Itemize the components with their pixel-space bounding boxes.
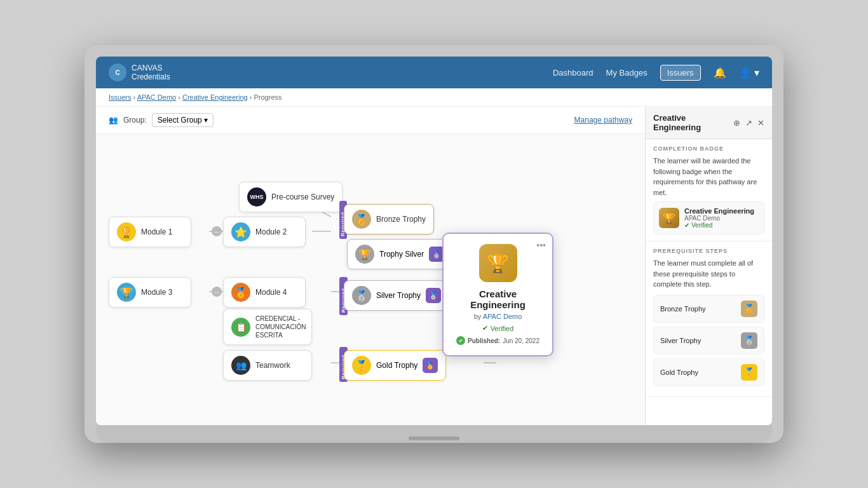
nav-links: Dashboard My Badges Issuers 🔔 👤 ▾	[553, 65, 759, 81]
prereq-list: Bronze Trophy 🏅 Silver Trophy 🥈 Gold Tro…	[653, 295, 764, 386]
breadcrumb-progress: Progress	[254, 93, 281, 101]
panel-title: Creative Engineering	[653, 113, 733, 132]
teamwork-label: Teamwork	[255, 361, 290, 370]
silver-right-label: Silver Trophy	[376, 291, 421, 300]
badge-verified: ✔ Verified	[684, 222, 759, 229]
prereq-silver-label: Silver Trophy	[660, 337, 701, 344]
prereq-gold-icon: 🥇	[741, 364, 757, 381]
gold-trophy-right-node[interactable]: 🥇 Gold Trophy 🥇	[344, 350, 446, 381]
module2-node[interactable]: ⭐ Module 2	[223, 217, 306, 247]
module3-node[interactable]: 🏆 Module 3	[109, 277, 191, 308]
bronze-mid-label: Bronze Trophy	[376, 215, 426, 224]
module4-node[interactable]: 🏅 Module 4	[223, 277, 306, 308]
completion-badge-info: Creative Engineering APAC Demo ✔ Verifie…	[684, 207, 759, 229]
completion-badge-row[interactable]: 🏆 Creative Engineering APAC Demo ✔ Verif…	[653, 201, 764, 234]
prereq-bronze-icon: 🏅	[741, 301, 757, 317]
badge-name: Creative Engineering	[684, 207, 759, 215]
breadcrumb-issuers[interactable]: Issuers	[109, 93, 131, 101]
popup-verified: ✔ Verified	[454, 324, 542, 332]
trophy-silver-top-icon: 🏆	[355, 245, 374, 264]
connector-m3-m4: —	[212, 287, 222, 297]
module1-node[interactable]: 🏆 Module 1	[109, 217, 191, 247]
pre-course-icon: WHS	[247, 187, 266, 207]
popup-by: by APAC Demo	[454, 313, 542, 320]
popup-badge-icon: 🏆	[479, 244, 517, 282]
credencial-node[interactable]: 📋 CREDENCIAL - COMUNICACIÓN ESCRITA	[223, 309, 312, 345]
nav-my-badges[interactable]: My Badges	[606, 68, 648, 78]
module4-icon: 🏅	[231, 283, 250, 302]
nav-issuers[interactable]: Issuers	[660, 65, 701, 81]
completion-badge-icon: 🏆	[659, 208, 679, 228]
credencial-label: CREDENCIAL - COMUNICACIÓN ESCRITA	[255, 315, 306, 339]
bell-icon[interactable]: 🔔	[714, 67, 726, 79]
verified-check-icon: ✔	[684, 222, 689, 229]
breadcrumb-apac-demo[interactable]: APAC Demo	[137, 93, 177, 101]
credencial-icon: 📋	[231, 318, 250, 337]
module1-label: Module 1	[141, 227, 172, 236]
trophy-silver-top-node[interactable]: 🏆 Trophy Silver 🥈	[347, 239, 452, 269]
logo: C CANVAS Credentials	[109, 64, 170, 82]
teamwork-node[interactable]: 👥 Teamwork	[223, 350, 312, 381]
prereq-silver[interactable]: Silver Trophy 🥈	[653, 327, 764, 355]
silver-trophy-badge: 🥈	[426, 288, 441, 303]
gold-trophy-badge: 🥇	[423, 358, 438, 373]
connector-m1-m2: —	[212, 226, 222, 236]
logo-icon: C	[109, 64, 126, 81]
group-select-button[interactable]: Select Group ▾	[152, 113, 214, 127]
silver-trophy-right-node[interactable]: 🥈 Silver Trophy 🥈	[344, 280, 449, 311]
completion-badge-text: The learner will be awarded the followin…	[653, 156, 764, 198]
module2-icon: ⭐	[231, 222, 250, 241]
trophy-silver-top-label: Trophy Silver	[379, 250, 424, 259]
pathway-canvas[interactable]: WHS Pre-course Survey 🏆 Module 1 — ⭐ Mod…	[96, 134, 645, 425]
breadcrumb-creative-engineering[interactable]: Creative Engineering	[182, 93, 248, 101]
panel-icon-group: ⊕ ↗ ✕	[733, 118, 764, 128]
external-link-icon[interactable]: ↗	[745, 118, 752, 128]
creative-engineering-popup[interactable]: ••• 🏆 Creative Engineering by APAC Demo …	[442, 233, 553, 356]
popup-menu-button[interactable]: •••	[536, 240, 546, 250]
prereq-bronze-label: Bronze Trophy	[660, 305, 706, 313]
prereq-text: The learner must complete all of these p…	[653, 258, 764, 290]
prereq-section: PREREQUISITE STEPS The learner must comp…	[646, 241, 772, 397]
popup-title: Creative Engineering	[454, 288, 542, 310]
pre-course-node[interactable]: WHS Pre-course Survey	[239, 182, 342, 212]
close-icon[interactable]: ✕	[757, 118, 764, 128]
manage-pathway-link[interactable]: Manage pathway	[574, 116, 632, 125]
module2-label: Module 2	[255, 227, 287, 236]
canvas-area: 👥 Group: Select Group ▾ Manage pathway	[96, 107, 645, 425]
module3-icon: 🏆	[117, 283, 136, 302]
module4-label: Module 4	[255, 288, 287, 297]
group-selector: 👥 Group: Select Group ▾	[109, 113, 214, 127]
nav-dashboard[interactable]: Dashboard	[553, 68, 593, 78]
locate-icon[interactable]: ⊕	[733, 118, 740, 128]
publish-icon: ✔	[456, 336, 465, 345]
completion-badge-label: COMPLETION BADGE	[653, 146, 764, 152]
panel-header: Creative Engineering ⊕ ↗ ✕	[646, 107, 772, 139]
prereq-label: PREREQUISITE STEPS	[653, 248, 764, 254]
group-label: Group:	[123, 116, 147, 125]
teamwork-icon: 👥	[231, 356, 250, 375]
module1-icon: 🏆	[117, 222, 136, 241]
completion-badge-section: COMPLETION BADGE The learner will be awa…	[646, 139, 772, 241]
bronze-trophy-mid-node[interactable]: 🏅 Bronze Trophy	[344, 204, 434, 234]
popup-org-link[interactable]: APAC Demo	[483, 313, 522, 320]
prereq-gold[interactable]: Gold Trophy 🥇	[653, 358, 764, 386]
verified-icon: ✔	[482, 324, 488, 332]
group-icon: 👥	[109, 116, 118, 125]
prereq-bronze[interactable]: Bronze Trophy 🏅	[653, 295, 764, 323]
top-navigation: C CANVAS Credentials Dashboard My Badges…	[96, 57, 772, 88]
bronze-mid-icon: 🏅	[352, 210, 371, 229]
canvas-toolbar: 👥 Group: Select Group ▾ Manage pathway	[96, 107, 645, 134]
silver-right-icon: 🥈	[352, 286, 371, 305]
user-icon[interactable]: 👤 ▾	[739, 67, 759, 79]
gold-right-label: Gold Trophy	[376, 361, 417, 370]
breadcrumb: Issuers › APAC Demo › Creative Engineeri…	[96, 88, 772, 107]
right-panel: Creative Engineering ⊕ ↗ ✕ COMPLETION BA…	[645, 107, 772, 425]
prereq-silver-icon: 🥈	[741, 332, 757, 349]
logo-text: CANVAS Credentials	[132, 64, 170, 82]
prereq-gold-label: Gold Trophy	[660, 369, 698, 376]
gold-right-icon: 🥇	[352, 356, 371, 375]
pre-course-label: Pre-course Survey	[271, 193, 334, 201]
badge-org: APAC Demo	[684, 215, 759, 222]
popup-published: ✔ Published: Jun 20, 2022	[454, 336, 542, 345]
module3-label: Module 3	[141, 288, 172, 297]
